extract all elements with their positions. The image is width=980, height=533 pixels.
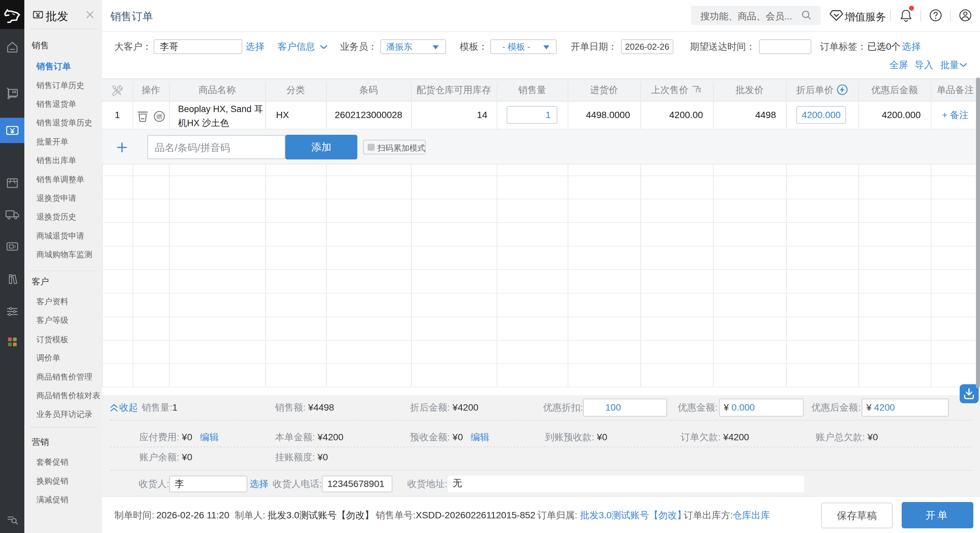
svg-text:赠: 赠 — [156, 113, 162, 120]
